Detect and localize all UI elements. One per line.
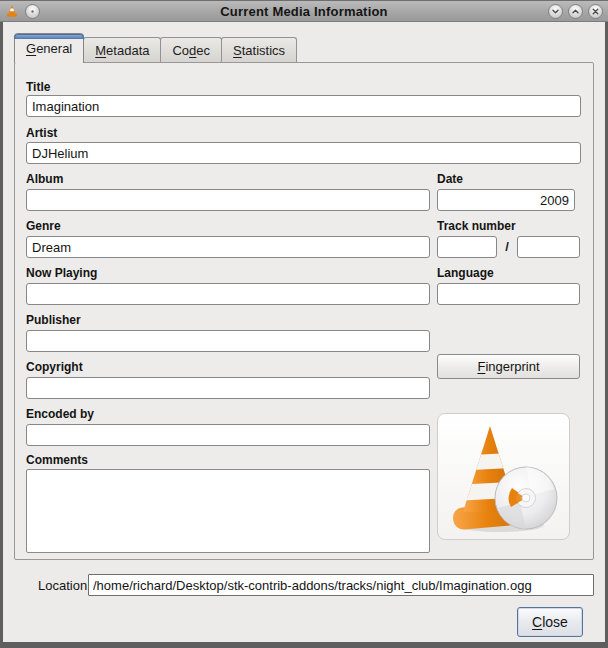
- track-number-label: Track number: [437, 219, 516, 233]
- now-playing-label: Now Playing: [26, 266, 97, 280]
- comments-textarea[interactable]: [26, 469, 430, 553]
- now-playing-input[interactable]: [26, 283, 430, 305]
- tab-metadata[interactable]: Metadata: [83, 37, 161, 62]
- genre-label: Genre: [26, 219, 61, 233]
- album-input[interactable]: [26, 189, 430, 211]
- comments-label: Comments: [26, 453, 88, 467]
- location-input[interactable]: [88, 574, 594, 596]
- titlebar: Current Media Information: [0, 0, 608, 22]
- track-total-input[interactable]: [517, 236, 580, 258]
- track-number-input[interactable]: [437, 236, 497, 258]
- artist-label: Artist: [26, 126, 57, 140]
- vlc-cone-icon: [5, 3, 20, 19]
- tab-codec[interactable]: Codec: [160, 37, 222, 62]
- date-label: Date: [437, 172, 463, 186]
- tab-general[interactable]: General: [14, 33, 84, 63]
- publisher-input[interactable]: [26, 330, 430, 352]
- x-icon: [591, 7, 600, 16]
- copyright-label: Copyright: [26, 360, 83, 374]
- date-input[interactable]: [437, 189, 575, 211]
- title-input[interactable]: [26, 95, 581, 117]
- window-title: Current Media Information: [0, 4, 608, 19]
- titlebar-right: [548, 4, 603, 19]
- chevron-up-icon: [571, 7, 580, 16]
- track-separator: /: [497, 236, 517, 258]
- encoded-by-input[interactable]: [26, 424, 430, 446]
- copyright-input[interactable]: [26, 377, 430, 399]
- album-label: Album: [26, 172, 63, 186]
- dialog-content: General Metadata Codec Statistics Title …: [3, 22, 605, 642]
- language-label: Language: [437, 266, 494, 280]
- tab-statistics[interactable]: Statistics: [221, 37, 297, 62]
- publisher-label: Publisher: [26, 313, 81, 327]
- minimize-button[interactable]: [548, 4, 563, 19]
- location-label: Location:: [38, 578, 91, 593]
- maximize-button[interactable]: [568, 4, 583, 19]
- titlebar-left: [5, 3, 40, 19]
- close-window-button[interactable]: [588, 4, 603, 19]
- media-information-dialog: Current Media Information General Metada…: [0, 0, 608, 648]
- close-button[interactable]: Close: [517, 607, 583, 637]
- title-label: Title: [26, 80, 50, 94]
- chevron-down-icon: [551, 7, 560, 16]
- genre-input[interactable]: [26, 236, 430, 258]
- vlc-cone-disc-artwork: [448, 420, 560, 534]
- fingerprint-button[interactable]: Fingerprint: [437, 354, 580, 379]
- encoded-by-label: Encoded by: [26, 407, 94, 421]
- language-input[interactable]: [437, 283, 580, 305]
- tab-bar: General Metadata Codec Statistics: [14, 33, 296, 62]
- artist-input[interactable]: [26, 142, 581, 164]
- album-art-panel: [437, 413, 570, 540]
- window-menu-button[interactable]: [25, 4, 40, 19]
